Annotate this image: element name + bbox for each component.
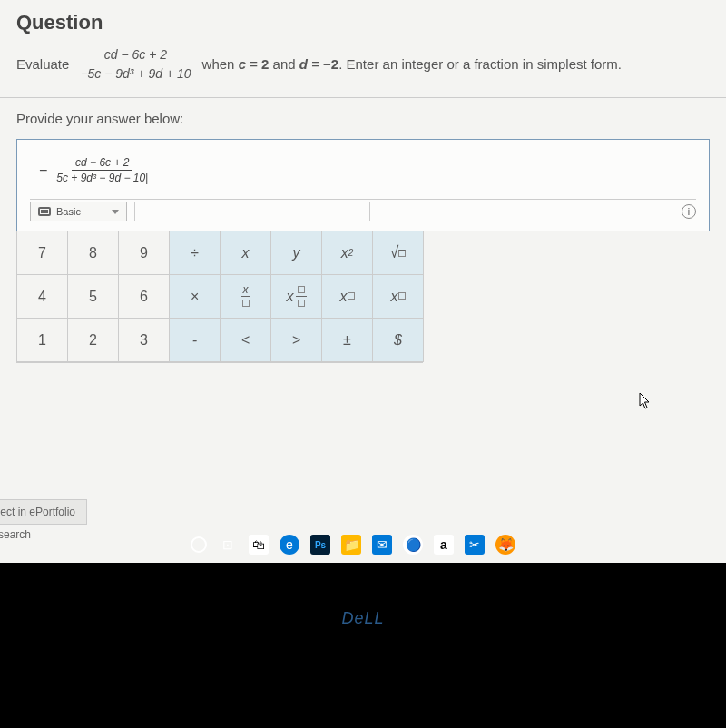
- search-text[interactable]: o search: [0, 525, 38, 545]
- photoshop-icon[interactable]: Ps: [310, 535, 330, 555]
- question-heading: Question: [16, 11, 710, 34]
- key-6[interactable]: 6: [119, 275, 170, 319]
- key-minus[interactable]: -: [170, 319, 221, 362]
- question-conditions: when c = 2 and d = −2. Enter an integer …: [202, 56, 622, 72]
- key-2[interactable]: 2: [68, 319, 119, 362]
- key-less-than[interactable]: <: [221, 319, 271, 362]
- key-1[interactable]: 1: [17, 319, 68, 362]
- explorer-icon[interactable]: 📁: [341, 535, 361, 555]
- key-divide[interactable]: ÷: [170, 231, 221, 275]
- answer-expression: − cd − 6c + 2 5c + 9d³ − 9d − 10|: [30, 156, 696, 184]
- answer-input-area[interactable]: − cd − 6c + 2 5c + 9d³ − 9d − 10| Basic …: [16, 139, 710, 231]
- keypad-mode-dropdown[interactable]: Basic: [30, 202, 127, 221]
- key-3[interactable]: 3: [119, 319, 170, 362]
- info-icon[interactable]: i: [682, 204, 696, 219]
- provide-answer-label: Provide your answer below:: [0, 98, 726, 139]
- key-x-squared[interactable]: x2: [322, 231, 373, 275]
- keypad-mode-label: Basic: [56, 206, 81, 217]
- monitor-bezel: DeLL: [0, 563, 726, 728]
- key-4[interactable]: 4: [17, 275, 68, 319]
- amazon-icon[interactable]: a: [434, 535, 454, 555]
- chrome-icon[interactable]: 🔵: [403, 535, 423, 555]
- mail-icon[interactable]: ✉: [372, 535, 392, 555]
- math-toolbar: Basic i: [30, 199, 696, 221]
- answer-denominator: 5c + 9d³ − 9d − 10|: [53, 171, 152, 184]
- answer-negative-sign: −: [39, 162, 47, 179]
- key-sqrt[interactable]: [373, 231, 424, 275]
- fraction-numerator: cd − 6c + 2: [101, 47, 171, 64]
- question-text: Evaluate cd − 6c + 2 −5c − 9d³ + 9d + 10…: [16, 47, 710, 81]
- task-view-icon[interactable]: ⊡: [218, 535, 238, 555]
- toolbar-divider: [134, 202, 135, 221]
- key-x-subscript[interactable]: x: [373, 275, 424, 319]
- key-9[interactable]: 9: [119, 231, 170, 275]
- mouse-cursor-icon: [639, 392, 652, 410]
- evaluate-word: Evaluate: [16, 56, 69, 72]
- answer-fraction: cd − 6c + 2 5c + 9d³ − 9d − 10|: [53, 156, 152, 184]
- key-multiply[interactable]: ×: [170, 275, 221, 319]
- key-plus-minus[interactable]: ±: [322, 319, 373, 362]
- fraction-denominator: −5c − 9d³ + 9d + 10: [76, 64, 194, 81]
- chevron-down-icon: [112, 210, 119, 214]
- question-fraction: cd − 6c + 2 −5c − 9d³ + 9d + 10: [76, 47, 194, 81]
- toolbar-divider-2: [369, 202, 370, 221]
- keyboard-icon: [38, 207, 51, 216]
- key-mixed-fraction[interactable]: x: [271, 275, 322, 319]
- key-x-power[interactable]: x: [322, 275, 373, 319]
- cortana-icon[interactable]: [191, 536, 207, 553]
- edge-icon[interactable]: e: [280, 535, 299, 555]
- taskbar: ⊡ 🛍 e Ps 📁 ✉ 🔵 a ✂ 🦊: [182, 526, 525, 563]
- key-fraction-x[interactable]: x: [221, 275, 271, 319]
- snip-icon[interactable]: ✂: [465, 535, 485, 555]
- key-5[interactable]: 5: [68, 275, 119, 319]
- key-y[interactable]: y: [271, 231, 322, 275]
- math-keypad: 7 4 1 8 5 2 9 6 3 ÷ × - x x <: [16, 231, 423, 363]
- firefox-icon[interactable]: 🦊: [495, 535, 515, 555]
- key-7[interactable]: 7: [17, 231, 68, 275]
- key-greater-than[interactable]: >: [271, 319, 322, 362]
- key-x[interactable]: x: [221, 231, 271, 275]
- key-dollar[interactable]: $: [373, 319, 424, 362]
- key-8[interactable]: 8: [68, 231, 119, 275]
- dell-logo: DeLL: [341, 609, 384, 628]
- answer-numerator: cd − 6c + 2: [72, 156, 132, 171]
- store-icon[interactable]: 🛍: [249, 535, 269, 555]
- eportfolio-link[interactable]: llect in ePortfolio: [0, 499, 87, 525]
